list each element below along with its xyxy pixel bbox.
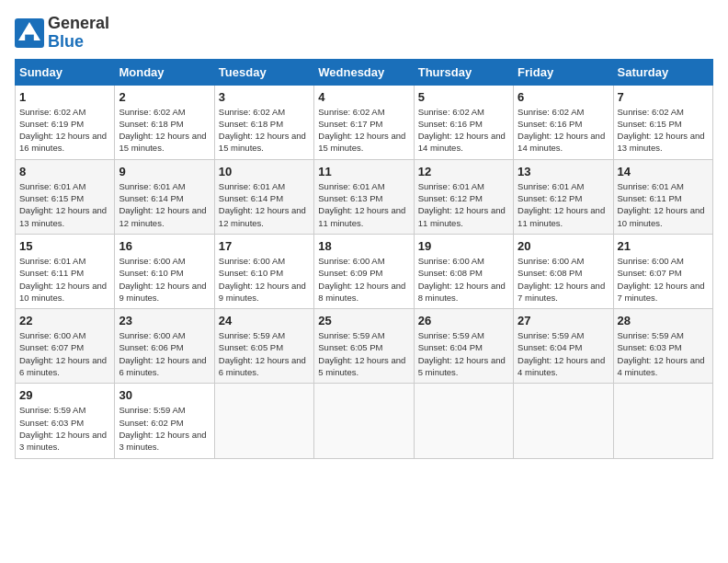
calendar-cell: 23 Sunrise: 6:00 AM Sunset: 6:06 PM Dayl… xyxy=(115,309,214,384)
day-number: 18 xyxy=(318,239,409,253)
logo-icon xyxy=(15,18,44,48)
day-number: 10 xyxy=(219,165,310,178)
day-info: Sunrise: 6:02 AM Sunset: 6:15 PM Dayligh… xyxy=(618,106,709,155)
day-number: 2 xyxy=(119,90,210,104)
calendar-cell: 30 Sunrise: 5:59 AM Sunset: 6:02 PM Dayl… xyxy=(115,384,214,458)
day-info: Sunrise: 6:02 AM Sunset: 6:16 PM Dayligh… xyxy=(518,106,609,155)
day-info: Sunrise: 6:02 AM Sunset: 6:18 PM Dayligh… xyxy=(219,106,310,155)
day-number: 9 xyxy=(119,165,210,178)
calendar-cell: 8 Sunrise: 6:01 AM Sunset: 6:15 PM Dayli… xyxy=(16,159,115,234)
day-number: 21 xyxy=(618,239,709,253)
day-info: Sunrise: 6:00 AM Sunset: 6:08 PM Dayligh… xyxy=(418,255,509,304)
calendar-cell xyxy=(514,384,613,458)
day-number: 16 xyxy=(119,239,210,253)
calendar-cell: 1 Sunrise: 6:02 AM Sunset: 6:19 PM Dayli… xyxy=(16,85,115,159)
day-info: Sunrise: 6:02 AM Sunset: 6:18 PM Dayligh… xyxy=(119,106,210,155)
day-info: Sunrise: 6:00 AM Sunset: 6:07 PM Dayligh… xyxy=(19,329,110,378)
day-info: Sunrise: 6:00 AM Sunset: 6:10 PM Dayligh… xyxy=(119,255,210,304)
day-number: 14 xyxy=(618,165,709,178)
logo-text: GeneralBlue xyxy=(48,15,109,52)
day-info: Sunrise: 6:02 AM Sunset: 6:17 PM Dayligh… xyxy=(318,106,409,155)
day-info: Sunrise: 6:00 AM Sunset: 6:09 PM Dayligh… xyxy=(318,255,409,304)
day-info: Sunrise: 6:01 AM Sunset: 6:15 PM Dayligh… xyxy=(19,180,110,229)
calendar-cell xyxy=(214,384,313,458)
calendar-cell: 4 Sunrise: 6:02 AM Sunset: 6:17 PM Dayli… xyxy=(314,85,414,159)
calendar-cell: 15 Sunrise: 6:01 AM Sunset: 6:11 PM Dayl… xyxy=(16,234,115,308)
calendar-cell: 18 Sunrise: 6:00 AM Sunset: 6:09 PM Dayl… xyxy=(314,234,414,308)
calendar-cell: 7 Sunrise: 6:02 AM Sunset: 6:15 PM Dayli… xyxy=(613,85,712,159)
day-number: 1 xyxy=(19,90,110,104)
calendar-cell: 2 Sunrise: 6:02 AM Sunset: 6:18 PM Dayli… xyxy=(115,85,214,159)
day-info: Sunrise: 6:00 AM Sunset: 6:06 PM Dayligh… xyxy=(119,329,210,378)
calendar-cell xyxy=(613,384,712,458)
calendar-cell: 5 Sunrise: 6:02 AM Sunset: 6:16 PM Dayli… xyxy=(414,85,513,159)
calendar-cell: 12 Sunrise: 6:01 AM Sunset: 6:12 PM Dayl… xyxy=(414,159,513,234)
day-number: 4 xyxy=(318,90,409,104)
day-info: Sunrise: 6:01 AM Sunset: 6:13 PM Dayligh… xyxy=(318,180,409,229)
calendar-cell: 6 Sunrise: 6:02 AM Sunset: 6:16 PM Dayli… xyxy=(514,85,613,159)
calendar-cell: 10 Sunrise: 6:01 AM Sunset: 6:14 PM Dayl… xyxy=(214,159,313,234)
day-number: 30 xyxy=(119,388,210,402)
day-info: Sunrise: 5:59 AM Sunset: 6:05 PM Dayligh… xyxy=(318,329,409,378)
day-number: 6 xyxy=(518,90,609,104)
day-info: Sunrise: 6:01 AM Sunset: 6:11 PM Dayligh… xyxy=(19,255,110,304)
day-number: 28 xyxy=(618,314,709,327)
day-number: 17 xyxy=(219,239,310,253)
day-info: Sunrise: 6:01 AM Sunset: 6:11 PM Dayligh… xyxy=(618,180,709,229)
svg-rect-2 xyxy=(25,34,34,40)
logo: GeneralBlue xyxy=(15,15,109,52)
day-header-saturday: Saturday xyxy=(613,59,712,85)
calendar-table: SundayMondayTuesdayWednesdayThursdayFrid… xyxy=(15,59,713,459)
calendar-cell: 21 Sunrise: 6:00 AM Sunset: 6:07 PM Dayl… xyxy=(613,234,712,308)
day-info: Sunrise: 6:01 AM Sunset: 6:12 PM Dayligh… xyxy=(418,180,509,229)
calendar-cell xyxy=(314,384,414,458)
calendar-cell: 3 Sunrise: 6:02 AM Sunset: 6:18 PM Dayli… xyxy=(214,85,313,159)
day-header-wednesday: Wednesday xyxy=(314,59,414,85)
calendar-cell: 22 Sunrise: 6:00 AM Sunset: 6:07 PM Dayl… xyxy=(16,309,115,384)
calendar-cell: 28 Sunrise: 5:59 AM Sunset: 6:03 PM Dayl… xyxy=(613,309,712,384)
calendar-cell: 26 Sunrise: 5:59 AM Sunset: 6:04 PM Dayl… xyxy=(414,309,513,384)
calendar-cell: 20 Sunrise: 6:00 AM Sunset: 6:08 PM Dayl… xyxy=(514,234,613,308)
calendar-cell: 29 Sunrise: 5:59 AM Sunset: 6:03 PM Dayl… xyxy=(16,384,115,458)
calendar-cell: 13 Sunrise: 6:01 AM Sunset: 6:12 PM Dayl… xyxy=(514,159,613,234)
day-info: Sunrise: 6:01 AM Sunset: 6:14 PM Dayligh… xyxy=(219,180,310,229)
day-info: Sunrise: 5:59 AM Sunset: 6:02 PM Dayligh… xyxy=(119,404,210,453)
day-info: Sunrise: 6:01 AM Sunset: 6:14 PM Dayligh… xyxy=(119,180,210,229)
day-header-monday: Monday xyxy=(115,59,214,85)
day-number: 23 xyxy=(119,314,210,327)
day-number: 20 xyxy=(518,239,609,253)
day-info: Sunrise: 5:59 AM Sunset: 6:05 PM Dayligh… xyxy=(219,329,310,378)
day-number: 26 xyxy=(418,314,509,327)
calendar-cell xyxy=(414,384,513,458)
day-header-sunday: Sunday xyxy=(16,59,115,85)
day-number: 27 xyxy=(518,314,609,327)
day-number: 13 xyxy=(518,165,609,178)
calendar-cell: 17 Sunrise: 6:00 AM Sunset: 6:10 PM Dayl… xyxy=(214,234,313,308)
header: GeneralBlue xyxy=(15,15,713,52)
day-info: Sunrise: 6:00 AM Sunset: 6:07 PM Dayligh… xyxy=(618,255,709,304)
day-number: 19 xyxy=(418,239,509,253)
day-header-thursday: Thursday xyxy=(414,59,513,85)
calendar-cell: 27 Sunrise: 5:59 AM Sunset: 6:04 PM Dayl… xyxy=(514,309,613,384)
day-number: 24 xyxy=(219,314,310,327)
day-number: 25 xyxy=(318,314,409,327)
day-header-tuesday: Tuesday xyxy=(214,59,313,85)
day-info: Sunrise: 6:02 AM Sunset: 6:16 PM Dayligh… xyxy=(418,106,509,155)
day-number: 12 xyxy=(418,165,509,178)
day-number: 15 xyxy=(19,239,110,253)
day-number: 7 xyxy=(618,90,709,104)
day-number: 3 xyxy=(219,90,310,104)
day-number: 5 xyxy=(418,90,509,104)
calendar-cell: 25 Sunrise: 5:59 AM Sunset: 6:05 PM Dayl… xyxy=(314,309,414,384)
calendar-cell: 14 Sunrise: 6:01 AM Sunset: 6:11 PM Dayl… xyxy=(613,159,712,234)
day-info: Sunrise: 6:01 AM Sunset: 6:12 PM Dayligh… xyxy=(518,180,609,229)
calendar-cell: 9 Sunrise: 6:01 AM Sunset: 6:14 PM Dayli… xyxy=(115,159,214,234)
calendar-cell: 19 Sunrise: 6:00 AM Sunset: 6:08 PM Dayl… xyxy=(414,234,513,308)
calendar-cell: 11 Sunrise: 6:01 AM Sunset: 6:13 PM Dayl… xyxy=(314,159,414,234)
day-header-friday: Friday xyxy=(514,59,613,85)
day-info: Sunrise: 6:00 AM Sunset: 6:08 PM Dayligh… xyxy=(518,255,609,304)
day-info: Sunrise: 6:00 AM Sunset: 6:10 PM Dayligh… xyxy=(219,255,310,304)
day-number: 29 xyxy=(19,388,110,402)
day-info: Sunrise: 6:02 AM Sunset: 6:19 PM Dayligh… xyxy=(19,106,110,155)
day-info: Sunrise: 5:59 AM Sunset: 6:04 PM Dayligh… xyxy=(518,329,609,378)
